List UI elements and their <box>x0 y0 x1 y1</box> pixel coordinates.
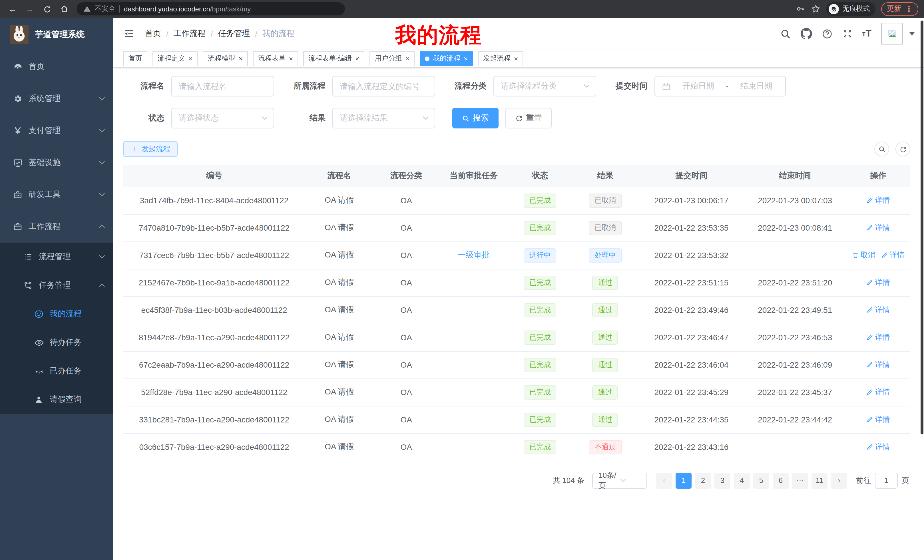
page-button-5[interactable]: 5 <box>753 472 769 488</box>
sidebar-item-1[interactable]: 首页 <box>0 51 113 83</box>
breadcrumb-task-mgmt[interactable]: 任务管理 <box>218 28 250 39</box>
sidebar-item-11[interactable]: 已办任务 <box>0 357 113 385</box>
browser-scrollbar-thumb[interactable] <box>921 21 923 434</box>
trash-icon <box>852 252 859 259</box>
browser-forward-button[interactable]: → <box>23 2 36 16</box>
cell-status: 已完成 <box>508 187 572 214</box>
process-category-select[interactable]: 请选择流程分类 <box>494 76 596 96</box>
sidebar-item-12[interactable]: 请假查询 <box>0 385 113 414</box>
bookmark-star-icon[interactable] <box>811 4 820 14</box>
detail-action-link[interactable]: 详情 <box>867 277 890 288</box>
sidebar-item-7[interactable]: 流程管理 <box>0 243 113 271</box>
detail-action-link[interactable]: 详情 <box>867 195 890 205</box>
cell-category: OA <box>374 187 439 214</box>
tab-6[interactable]: 用户分组× <box>369 51 415 66</box>
close-icon[interactable]: × <box>239 55 243 62</box>
create-process-button[interactable]: ＋ 发起流程 <box>123 141 178 157</box>
app-logo-row[interactable]: 芋道管理系统 <box>0 18 113 51</box>
tab-5[interactable]: 流程表单-编辑× <box>303 51 364 66</box>
search-icon[interactable] <box>780 28 790 39</box>
browser-actions: 无痕模式 更新 ⋮ <box>795 2 918 16</box>
sidebar-item-label: 我的流程 <box>50 309 82 319</box>
detail-action-link[interactable]: 详情 <box>867 415 890 425</box>
browser-menu-icon[interactable]: ⋮ <box>905 4 913 13</box>
avatar-caret-icon[interactable] <box>909 32 915 35</box>
browser-home-button[interactable] <box>57 2 71 16</box>
address-bar[interactable]: 不安全 dashboard.yudao.iocoder.cn/bpm/task/… <box>76 2 345 15</box>
sidebar-item-5[interactable]: 研发工具 <box>0 179 113 211</box>
close-icon[interactable]: × <box>289 55 293 62</box>
tab-2[interactable]: 流程定义× <box>153 51 198 66</box>
sidebar-item-2[interactable]: 系统管理 <box>0 83 113 115</box>
page-button-4[interactable]: 4 <box>734 472 750 488</box>
close-icon[interactable]: × <box>464 55 468 62</box>
detail-action-link[interactable]: 详情 <box>867 223 890 233</box>
help-icon[interactable] <box>822 28 832 39</box>
avatar[interactable] <box>881 23 903 45</box>
page-button-1[interactable]: 1 <box>676 472 692 488</box>
browser-back-button[interactable]: ← <box>6 2 20 16</box>
close-icon[interactable]: × <box>355 55 359 62</box>
refresh-table-button[interactable] <box>896 142 910 156</box>
cell-result: 已取消 <box>572 187 639 214</box>
sidebar-item-6[interactable]: 工作流程 <box>0 211 113 243</box>
close-icon[interactable]: × <box>405 55 410 62</box>
search-button[interactable]: 搜索 <box>452 108 498 129</box>
detail-action-link[interactable]: 详情 <box>867 332 890 343</box>
status-select[interactable]: 请选择状态 <box>171 108 274 129</box>
font-size-icon[interactable]: тT <box>862 28 872 39</box>
cancel-action-link[interactable]: 取消 <box>852 250 876 260</box>
table-body: 3ad174fb-7b9d-11ec-8404-acde48001122OA 请… <box>123 187 910 461</box>
sidebar-collapse-button[interactable] <box>122 27 136 40</box>
prev-page-button[interactable]: ‹ <box>656 472 672 488</box>
tab-7[interactable]: 我的流程× <box>420 51 473 66</box>
cell-submit-time: 2022-01-22 23:53:35 <box>639 214 744 241</box>
browser-reload-button[interactable] <box>40 2 54 16</box>
sidebar-item-3[interactable]: 支付管理 <box>0 115 113 147</box>
detail-action-link[interactable]: 详情 <box>867 387 890 397</box>
page-button-3[interactable]: 3 <box>714 472 730 488</box>
sidebar-item-10[interactable]: 待办任务 <box>0 328 113 357</box>
submit-time-range-picker[interactable]: 开始日期 - 结束日期 <box>654 76 786 96</box>
sidebar-item-9[interactable]: 我的流程 <box>0 300 113 328</box>
active-dot-icon <box>425 56 429 61</box>
fullscreen-icon[interactable] <box>842 28 852 39</box>
breadcrumb-workflow[interactable]: 工作流程 <box>174 28 206 39</box>
next-page-button[interactable]: › <box>831 472 847 488</box>
breadcrumb-home[interactable]: 首页 <box>145 28 161 39</box>
sidebar-item-label: 任务管理 <box>39 280 71 290</box>
password-key-icon[interactable] <box>795 4 805 14</box>
detail-action-link[interactable]: 详情 <box>867 442 890 452</box>
tab-4[interactable]: 流程表单× <box>253 51 298 66</box>
close-icon[interactable]: × <box>514 55 518 62</box>
reset-button[interactable]: 重置 <box>506 108 552 129</box>
page-button-11[interactable]: 11 <box>812 472 828 488</box>
page-size-select[interactable]: 10条/页 <box>592 472 647 488</box>
detail-action-link[interactable]: 详情 <box>881 250 904 260</box>
sidebar-item-4[interactable]: 基础设施 <box>0 147 113 179</box>
sidebar-item-8[interactable]: 任务管理 <box>0 271 113 300</box>
detail-action-link[interactable]: 详情 <box>867 359 890 370</box>
chevron-down-icon <box>99 129 105 133</box>
current-task-link[interactable]: 一级审批 <box>458 250 490 259</box>
cell-current-task <box>439 187 509 214</box>
show-search-button[interactable] <box>874 142 889 156</box>
process-definition-input[interactable] <box>332 76 435 96</box>
result-badge: 通过 <box>592 303 618 317</box>
tab-1[interactable]: 首页 <box>123 51 147 66</box>
cell-category: OA <box>374 269 439 296</box>
page-button-2[interactable]: 2 <box>695 472 711 488</box>
chrome-update-button[interactable]: 更新 ⋮ <box>881 2 918 16</box>
close-icon[interactable]: × <box>189 55 192 62</box>
github-icon[interactable] <box>800 28 812 39</box>
tab-3[interactable]: 流程模型× <box>203 51 248 66</box>
detail-action-link[interactable]: 详情 <box>867 305 890 315</box>
result-select[interactable]: 请选择流结果 <box>332 108 435 129</box>
goto-page-input[interactable] <box>875 472 898 488</box>
process-category-label: 流程分类 <box>452 81 486 91</box>
process-name-input[interactable] <box>171 76 274 96</box>
tab-8[interactable]: 发起流程× <box>478 51 523 66</box>
page-button-6[interactable]: 6 <box>772 472 789 488</box>
page-ellipsis[interactable]: ··· <box>792 472 808 488</box>
chevron-down-icon <box>620 478 642 482</box>
